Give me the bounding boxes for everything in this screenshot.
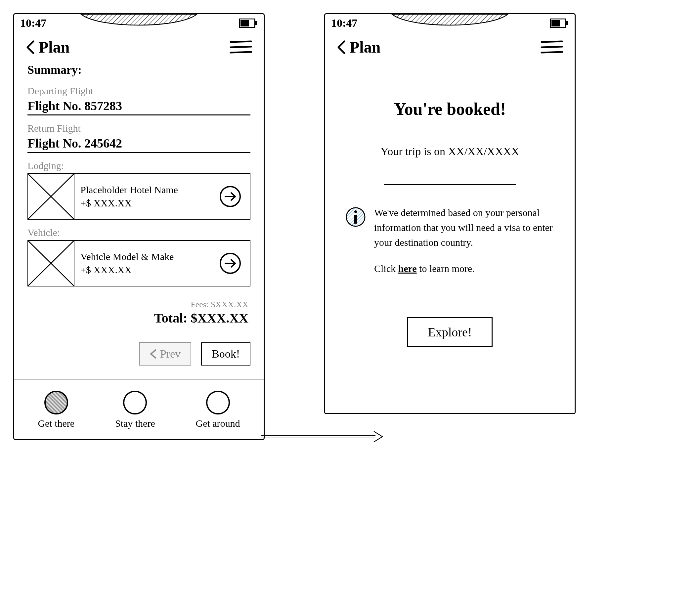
return-flight-value: Flight No. 245642: [27, 136, 250, 153]
lodging-name: Placeholder Hotel Name: [80, 183, 213, 197]
notch: [390, 14, 510, 29]
book-button[interactable]: Book!: [201, 342, 250, 365]
lodging-price: +$ XXX.XX: [80, 196, 213, 210]
tab-get-there[interactable]: Get there: [38, 391, 75, 429]
tab-label: Get there: [38, 418, 75, 429]
learn-more-line: Click here to learn more.: [342, 263, 558, 274]
header-title: Plan: [350, 38, 380, 56]
menu-button[interactable]: [540, 39, 563, 55]
departing-flight-label: Departing Flight: [27, 85, 250, 97]
chevron-left-icon: [25, 40, 35, 55]
tab-indicator-icon: [123, 391, 147, 415]
lodging-label: Lodging:: [27, 160, 250, 171]
phone-booked-screen: 10:47: [324, 13, 576, 414]
arrow-right-icon[interactable]: [219, 252, 242, 275]
svg-rect-3: [241, 20, 249, 26]
battery-icon: [550, 19, 569, 28]
learn-more-link[interactable]: here: [398, 263, 417, 274]
status-time: 10:47: [331, 17, 357, 29]
vehicle-price: +$ XXX.XX: [80, 263, 213, 277]
tab-indicator-icon: [44, 391, 68, 415]
status-bar: 10:47: [325, 14, 575, 31]
departing-flight-value: Flight No. 857283: [27, 99, 250, 116]
vehicle-card[interactable]: Vehicle Model & Make +$ XXX.XX: [27, 240, 250, 287]
svg-point-18: [354, 210, 357, 213]
tab-bar: Get there Stay there Get around: [14, 379, 264, 439]
app-header: Plan: [14, 31, 264, 60]
back-button[interactable]: Plan: [25, 38, 69, 56]
vehicle-name: Vehicle Model & Make: [80, 250, 213, 264]
app-header: Plan: [325, 31, 575, 60]
image-placeholder-icon: [28, 241, 75, 286]
lodging-card[interactable]: Placeholder Hotel Name +$ XXX.XX: [27, 173, 250, 219]
info-icon: [345, 206, 366, 228]
svg-rect-19: [354, 215, 357, 224]
tab-get-around[interactable]: Get around: [195, 391, 240, 429]
phone-summary-screen: 10:47: [13, 13, 265, 440]
book-button-label: Book!: [212, 348, 240, 360]
explore-button[interactable]: Explore!: [407, 317, 493, 347]
header-title: Plan: [39, 38, 69, 56]
divider: [384, 184, 516, 185]
return-flight-label: Return Flight: [27, 123, 250, 134]
prev-button[interactable]: Prev: [139, 342, 191, 365]
menu-button[interactable]: [229, 39, 252, 55]
trip-date-line: Your trip is on XX/XX/XXXX: [342, 145, 558, 158]
chevron-left-icon: [149, 349, 157, 359]
total-line: Total: $XXX.XX: [27, 310, 248, 326]
hamburger-icon: [229, 39, 252, 55]
prev-button-label: Prev: [160, 348, 181, 360]
tab-indicator-icon: [206, 391, 230, 415]
tab-label: Get around: [195, 418, 240, 429]
summary-heading: Summary:: [27, 63, 250, 77]
battery-icon: [239, 19, 258, 28]
tab-label: Stay there: [115, 418, 155, 429]
back-button[interactable]: Plan: [336, 38, 380, 56]
learn-more-prefix: Click: [374, 263, 398, 274]
visa-info-text: We've determined based on your personal …: [374, 205, 555, 250]
learn-more-suffix: to learn more.: [417, 263, 475, 274]
booked-title: You're booked!: [342, 99, 558, 119]
explore-button-label: Explore!: [428, 325, 472, 339]
svg-rect-15: [552, 20, 560, 26]
arrow-right-icon[interactable]: [219, 185, 242, 208]
svg-rect-14: [566, 21, 568, 25]
vehicle-label: Vehicle:: [27, 227, 250, 238]
tab-stay-there[interactable]: Stay there: [115, 391, 155, 429]
svg-rect-2: [255, 21, 257, 25]
status-bar: 10:47: [14, 14, 264, 31]
flow-arrow-icon: [261, 430, 384, 443]
chevron-left-icon: [336, 40, 346, 55]
status-time: 10:47: [20, 17, 46, 29]
image-placeholder-icon: [28, 174, 75, 219]
notch: [79, 14, 199, 29]
fees-line: Fees: $XXX.XX: [27, 300, 248, 310]
hamburger-icon: [540, 39, 563, 55]
